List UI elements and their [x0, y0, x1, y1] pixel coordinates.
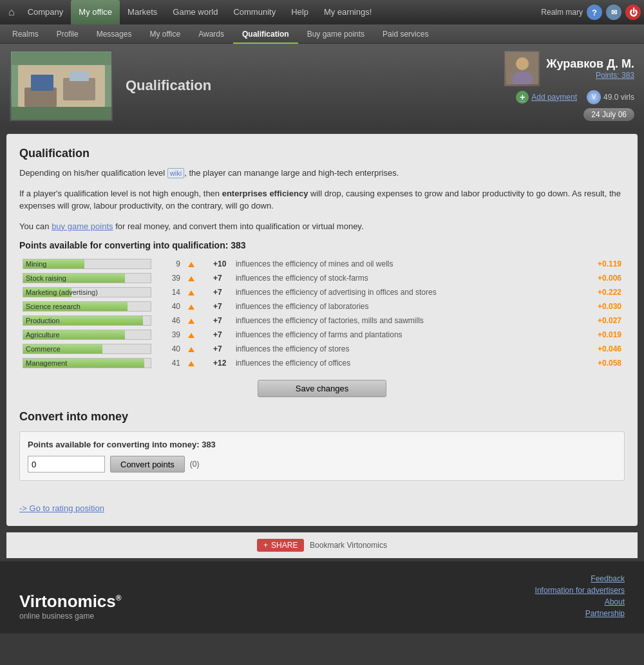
avatar: [504, 51, 540, 86]
skill-description: influences the efficiency of stock-farms: [232, 271, 586, 285]
skill-bar-outer: Management: [23, 358, 151, 368]
skill-number: 39: [161, 328, 184, 342]
skill-arrow-cell[interactable]: [184, 285, 210, 299]
arrow-up-icon[interactable]: [188, 304, 194, 310]
skill-arrow-cell[interactable]: [184, 299, 210, 314]
skill-bar-outer: Stock raising: [23, 273, 151, 283]
skill-label: Management: [23, 359, 67, 367]
buy-game-points-link[interactable]: buy game points: [52, 221, 113, 231]
skill-arrow-cell[interactable]: [184, 356, 210, 370]
sub-nav: Realms Profile Messages My office Awards…: [0, 24, 644, 44]
table-row: Agriculture 39+7influences the efficienc…: [19, 328, 625, 342]
points-link[interactable]: Points: 383: [546, 71, 634, 80]
subnav-awards[interactable]: Awards: [189, 24, 233, 44]
nav-markets[interactable]: Markets: [120, 0, 165, 24]
subnav-buy-game-points[interactable]: Buy game points: [298, 24, 374, 44]
convert-section: Convert into money Points available for …: [19, 410, 625, 513]
footer-link[interactable]: Feedback: [535, 574, 625, 583]
subnav-realms[interactable]: Realms: [3, 24, 48, 44]
add-payment-button[interactable]: + Add payment: [516, 91, 577, 104]
skill-arrow-cell[interactable]: [184, 314, 210, 328]
skill-label: Mining: [23, 260, 46, 268]
svg-rect-3: [31, 75, 53, 91]
date-badge[interactable]: 24 July 06: [583, 108, 634, 121]
arrow-up-icon[interactable]: [188, 361, 194, 366]
nav-company[interactable]: Company: [20, 0, 71, 24]
skill-label: Science research: [23, 303, 80, 310]
save-changes-button[interactable]: Save changes: [258, 380, 386, 397]
svg-point-9: [516, 57, 529, 70]
subnav-paid-services[interactable]: Paid services: [374, 24, 437, 44]
share-label: SHARE: [271, 541, 298, 550]
skill-arrow-cell[interactable]: [184, 257, 210, 271]
skill-description: influences the efficiency of laboratorie…: [232, 299, 586, 314]
arrow-up-icon[interactable]: [188, 319, 194, 324]
office-image: [10, 50, 113, 121]
help-icon-btn[interactable]: ?: [587, 5, 602, 20]
skill-label: Marketing (advertising): [23, 288, 98, 296]
subnav-qualification[interactable]: Qualification: [233, 24, 298, 44]
virty-amount: 49.0 virls: [603, 93, 634, 102]
skill-bar-outer: Commerce: [23, 344, 151, 354]
rating-position-link[interactable]: -> Go to rating position: [19, 503, 104, 513]
convert-input-row: Convert points (0): [28, 456, 616, 473]
power-icon-btn[interactable]: ⏻: [625, 5, 641, 20]
nav-earnings[interactable]: My earnings!: [316, 0, 379, 24]
svg-rect-6: [12, 52, 111, 65]
footer-link[interactable]: About: [535, 597, 625, 606]
skill-bar-inner: Production: [23, 316, 143, 325]
add-icon: +: [516, 91, 529, 104]
arrow-up-icon[interactable]: [188, 347, 194, 352]
subnav-messages[interactable]: Messages: [88, 24, 141, 44]
skill-arrow-cell[interactable]: [184, 271, 210, 285]
skill-effect: +0.030: [586, 299, 625, 314]
desc-para-3: You can buy game points for real money, …: [19, 220, 625, 233]
add-payment-label: Add payment: [531, 93, 577, 102]
mail-icon-btn[interactable]: ✉: [606, 5, 621, 20]
wiki-link[interactable]: wiki: [167, 168, 184, 178]
skill-effect: +0.027: [586, 314, 625, 328]
brand-sub: online business game: [19, 612, 122, 621]
footer-link[interactable]: Partnership: [535, 609, 625, 618]
realm-text: Realm mary: [541, 8, 583, 17]
skill-bar-outer: Mining: [23, 259, 151, 269]
subnav-my-office[interactable]: My office: [140, 24, 189, 44]
nav-community[interactable]: Community: [225, 0, 283, 24]
subnav-profile[interactable]: Profile: [48, 24, 88, 44]
footer-link[interactable]: Information for advertisers: [535, 586, 625, 595]
convert-note: (0): [190, 460, 200, 469]
footer: Virtonomics® online business game Feedba…: [0, 561, 644, 633]
skill-arrow-cell[interactable]: [184, 328, 210, 342]
skill-arrow-cell[interactable]: [184, 342, 210, 356]
share-button[interactable]: + SHARE: [257, 539, 304, 552]
qualification-title: Qualification: [19, 147, 625, 160]
convert-input[interactable]: [28, 456, 105, 473]
arrow-up-icon[interactable]: [188, 262, 194, 267]
user-name: Журавков Д. М.: [546, 57, 634, 71]
nav-help[interactable]: Help: [283, 0, 316, 24]
arrow-up-icon[interactable]: [188, 290, 194, 295]
skill-bar-inner: Marketing (advertising): [23, 288, 71, 297]
skill-description: influences the efficiency of mines and o…: [232, 257, 586, 271]
skill-plus: +7: [210, 285, 232, 299]
arrow-up-icon[interactable]: [188, 276, 194, 281]
home-icon[interactable]: ⌂: [3, 0, 20, 24]
table-row: Commerce 40+7influences the efficiency o…: [19, 342, 625, 356]
desc-para-1: Depending on his/her qualification level…: [19, 167, 625, 180]
skill-label: Agriculture: [23, 331, 60, 339]
skill-description: influences the efficiency of advertising…: [232, 285, 586, 299]
skill-plus: +7: [210, 328, 232, 342]
table-row: Marketing (advertising) 14+7influences t…: [19, 285, 625, 299]
convert-points-button[interactable]: Convert points: [110, 456, 185, 473]
nav-game-world[interactable]: Game world: [165, 0, 225, 24]
arrow-up-icon[interactable]: [188, 333, 194, 338]
table-row: Stock raising 39+7influences the efficie…: [19, 271, 625, 285]
skill-number: 14: [161, 285, 184, 299]
nav-my-office[interactable]: My office: [71, 0, 120, 24]
brand-name: Virtonomics®: [19, 592, 122, 612]
share-bar: + SHARE Bookmark Virtonomics: [6, 532, 638, 558]
bookmark-text: Bookmark Virtonomics: [310, 541, 387, 550]
skill-number: 40: [161, 342, 184, 356]
skill-number: 46: [161, 314, 184, 328]
convert-box: Points available for converting into mon…: [19, 431, 625, 481]
